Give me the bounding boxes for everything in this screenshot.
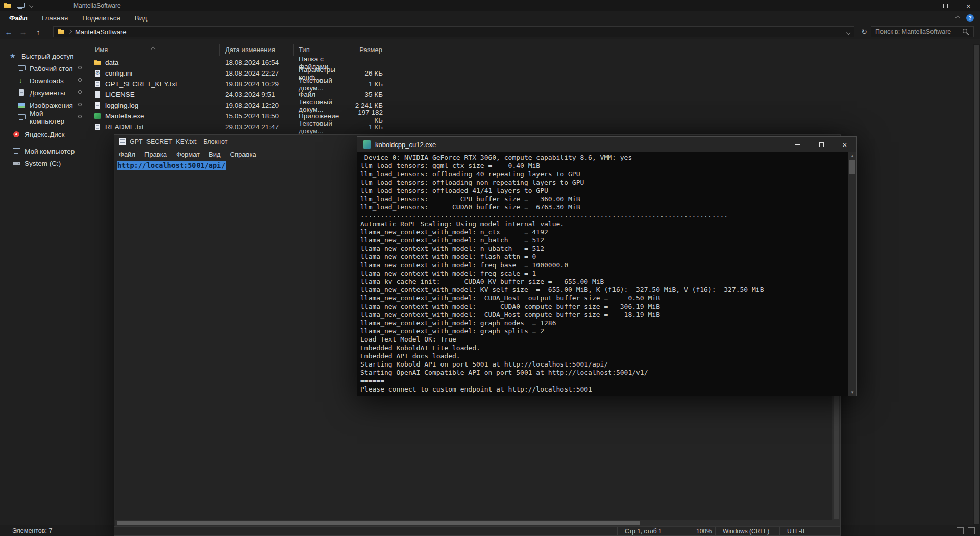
table-row[interactable]: logging.log 19.08.2024 12:20 Текстовый д… xyxy=(87,100,395,111)
notepad-menu-view[interactable]: Вид xyxy=(204,149,226,160)
sidebar-item-yandex-disk[interactable]: Яндекс.Диск xyxy=(0,128,87,140)
explorer-sidebar: Быстрый доступ Рабочий стол Downloads До… xyxy=(0,44,87,525)
menu-view[interactable]: Вид xyxy=(128,11,154,25)
file-name: GPT_SECRET_KEY.txt xyxy=(105,80,177,88)
console-output: Device 0: NVIDIA GeForce RTX 3060, compu… xyxy=(357,152,848,396)
sidebar-item-system-c[interactable]: System (C:) xyxy=(0,157,87,169)
documents-icon xyxy=(17,89,26,97)
sidebar-item-this-pc[interactable]: Мой компьютер xyxy=(0,145,87,157)
breadcrumb[interactable]: MantellaSoftware xyxy=(75,28,126,36)
text-file-icon xyxy=(93,80,102,88)
qat-chevron-down-icon[interactable] xyxy=(29,4,33,8)
downloads-icon xyxy=(17,77,26,85)
file-date: 18.08.2024 22:27 xyxy=(220,69,294,77)
breadcrumb-chevron-icon[interactable] xyxy=(68,30,72,34)
ribbon-collapse-icon[interactable] xyxy=(955,16,960,20)
explorer-titlebar[interactable]: MantellaSoftware × xyxy=(0,0,980,11)
notepad-menu-help[interactable]: Справка xyxy=(226,149,261,160)
console-window-title: koboldcpp_cu12.exe xyxy=(375,141,436,149)
status-divider xyxy=(85,527,85,534)
up-button[interactable]: ↑ xyxy=(32,25,45,39)
scrollbar-thumb[interactable] xyxy=(117,521,640,525)
forward-button[interactable]: → xyxy=(16,25,30,39)
sidebar-item-desktop[interactable]: Рабочий стол xyxy=(0,62,87,75)
desktop-icon xyxy=(17,64,26,72)
close-icon: × xyxy=(843,141,847,149)
menu-file[interactable]: Файл xyxy=(2,11,35,25)
menu-home[interactable]: Главная xyxy=(35,11,75,25)
back-button[interactable]: ← xyxy=(2,25,15,39)
scrollbar-thumb[interactable] xyxy=(974,45,979,524)
console-log-text: Device 0: NVIDIA GeForce RTX 3060, compu… xyxy=(357,152,848,394)
console-minimize-button[interactable] xyxy=(786,137,810,152)
console-vertical-scrollbar[interactable]: ▲ ▼ xyxy=(848,152,856,396)
console-window-controls: × xyxy=(786,137,856,152)
pin-icon xyxy=(77,90,82,96)
file-name: config.ini xyxy=(105,69,132,77)
pin-icon xyxy=(77,65,82,72)
app-folder-icon xyxy=(4,3,11,9)
yandex-disk-icon xyxy=(12,130,20,138)
quick-access-toolbar-icon[interactable] xyxy=(16,2,24,10)
file-name: logging.log xyxy=(105,102,138,109)
menu-share[interactable]: Поделиться xyxy=(75,11,128,25)
console-window: koboldcpp_cu12.exe × Device 0: NVIDIA Ge… xyxy=(357,136,857,396)
table-row[interactable]: GPT_SECRET_KEY.txt 19.08.2024 10:29 Текс… xyxy=(87,79,395,89)
file-date: 18.08.2024 16:54 xyxy=(220,59,294,66)
file-name: LICENSE xyxy=(105,91,135,99)
maximize-icon xyxy=(819,142,824,147)
column-header-name[interactable]: Имя xyxy=(87,44,220,56)
sidebar-item-label: Рабочий стол xyxy=(30,65,73,72)
sidebar-item-documents[interactable]: Документы xyxy=(0,87,87,99)
sidebar-item-label: Быстрый доступ xyxy=(21,53,74,60)
explorer-menubar: Файл Главная Поделиться Вид ? xyxy=(0,11,980,25)
notepad-menu-edit[interactable]: Правка xyxy=(140,149,172,160)
file-size: 1 КБ xyxy=(350,80,395,88)
scroll-up-icon[interactable]: ▲ xyxy=(848,152,856,159)
sidebar-item-label: Яндекс.Диск xyxy=(24,131,65,138)
ribbon-right-controls: ? xyxy=(956,11,974,25)
desktop: MantellaSoftware × Файл Главная Поделить… xyxy=(0,0,980,536)
thumbnail-view-icon[interactable] xyxy=(968,527,975,534)
notepad-menu-file[interactable]: Файл xyxy=(114,149,140,160)
sidebar-item-quick-access[interactable]: Быстрый доступ xyxy=(0,50,87,62)
file-date: 24.03.2024 9:51 xyxy=(220,91,294,99)
pictures-icon xyxy=(17,101,26,109)
scroll-down-icon[interactable]: ▼ xyxy=(848,388,856,396)
console-titlebar[interactable]: koboldcpp_cu12.exe × xyxy=(357,137,856,152)
items-count: Элементов: 7 xyxy=(12,527,52,534)
console-close-button[interactable]: × xyxy=(833,137,856,152)
explorer-vertical-scrollbar[interactable] xyxy=(973,44,980,525)
explorer-window-controls: × xyxy=(911,0,980,11)
explorer-close-button[interactable]: × xyxy=(957,0,980,11)
search-icon xyxy=(963,29,969,35)
line-ending: Windows (CRLF) xyxy=(715,527,779,535)
pin-icon xyxy=(77,102,82,109)
explorer-minimize-button[interactable] xyxy=(911,0,934,11)
search-placeholder: Поиск в: MantellaSoftware xyxy=(875,28,951,35)
console-maximize-button[interactable] xyxy=(810,137,833,152)
column-header-type[interactable]: Тип xyxy=(294,44,350,56)
pin-icon xyxy=(77,114,82,121)
view-toggles xyxy=(957,527,975,534)
explorer-maximize-button[interactable] xyxy=(934,0,957,11)
table-row[interactable]: README.txt 29.03.2024 21:47 Текстовый до… xyxy=(87,121,395,132)
maximize-icon xyxy=(943,4,948,8)
search-input[interactable]: Поиск в: MantellaSoftware xyxy=(871,26,974,37)
scrollbar-thumb[interactable] xyxy=(849,160,855,174)
star-icon xyxy=(9,52,17,60)
notepad-horizontal-scrollbar[interactable] xyxy=(115,520,832,526)
explorer-addressbar: ← → ↑ MantellaSoftware ↻ Поиск в: Mantel… xyxy=(0,25,980,39)
address-field[interactable]: MantellaSoftware xyxy=(53,26,854,37)
text-file-icon xyxy=(93,123,102,131)
sidebar-item-downloads[interactable]: Downloads xyxy=(0,75,87,87)
sidebar-item-this-pc-pinned[interactable]: Мой компьютер xyxy=(0,111,87,124)
help-icon[interactable]: ? xyxy=(966,14,974,22)
address-dropdown-icon[interactable] xyxy=(846,30,850,34)
column-header-size[interactable]: Размер xyxy=(350,44,395,56)
list-view-icon[interactable] xyxy=(957,527,964,534)
refresh-button[interactable]: ↻ xyxy=(859,26,870,37)
column-header-date[interactable]: Дата изменения xyxy=(220,44,294,56)
notepad-menu-format[interactable]: Формат xyxy=(172,149,204,160)
address-folder-icon xyxy=(58,29,65,35)
